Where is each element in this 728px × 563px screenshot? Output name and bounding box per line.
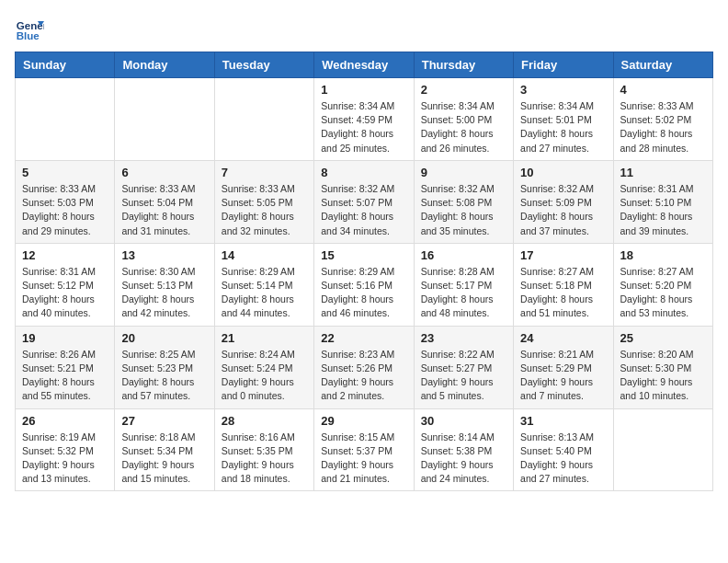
day-info: Sunrise: 8:18 AM Sunset: 5:34 PM Dayligh…	[121, 431, 207, 487]
day-info: Sunrise: 8:30 AM Sunset: 5:13 PM Dayligh…	[121, 265, 207, 321]
day-number: 14	[222, 248, 307, 262]
day-number: 6	[121, 166, 207, 179]
day-info: Sunrise: 8:26 AM Sunset: 5:21 PM Dayligh…	[22, 348, 108, 404]
day-info: Sunrise: 8:14 AM Sunset: 5:38 PM Dayligh…	[421, 431, 506, 487]
calendar-cell: 3Sunrise: 8:34 AM Sunset: 5:01 PM Daylig…	[514, 78, 613, 161]
day-number: 7	[222, 166, 307, 179]
calendar-header-row: SundayMondayTuesdayWednesdayThursdayFrid…	[16, 52, 713, 78]
day-header-saturday: Saturday	[613, 52, 712, 78]
calendar-cell: 7Sunrise: 8:33 AM Sunset: 5:05 PM Daylig…	[214, 160, 313, 243]
calendar-cell	[214, 78, 313, 161]
day-info: Sunrise: 8:13 AM Sunset: 5:40 PM Dayligh…	[520, 431, 606, 487]
day-number: 30	[421, 414, 506, 428]
day-info: Sunrise: 8:32 AM Sunset: 5:08 PM Dayligh…	[421, 182, 506, 238]
day-info: Sunrise: 8:22 AM Sunset: 5:27 PM Dayligh…	[421, 348, 506, 404]
calendar-week-1: 1Sunrise: 8:34 AM Sunset: 4:59 PM Daylig…	[16, 78, 713, 161]
day-number: 15	[321, 248, 406, 262]
calendar-cell: 29Sunrise: 8:15 AM Sunset: 5:37 PM Dayli…	[314, 408, 414, 491]
page-header: General Blue	[15, 15, 713, 44]
day-number: 8	[321, 166, 406, 179]
calendar-cell: 22Sunrise: 8:23 AM Sunset: 5:26 PM Dayli…	[314, 326, 414, 408]
day-header-wednesday: Wednesday	[314, 52, 414, 78]
calendar-cell	[613, 408, 712, 491]
calendar-cell: 27Sunrise: 8:18 AM Sunset: 5:34 PM Dayli…	[115, 408, 214, 491]
calendar-cell: 4Sunrise: 8:33 AM Sunset: 5:02 PM Daylig…	[613, 78, 712, 161]
day-number: 4	[620, 83, 706, 97]
day-number: 26	[22, 414, 108, 428]
day-info: Sunrise: 8:21 AM Sunset: 5:29 PM Dayligh…	[520, 348, 606, 404]
day-number: 13	[121, 248, 207, 262]
calendar-cell: 6Sunrise: 8:33 AM Sunset: 5:04 PM Daylig…	[115, 160, 214, 243]
calendar-cell: 16Sunrise: 8:28 AM Sunset: 5:17 PM Dayli…	[414, 243, 513, 326]
day-info: Sunrise: 8:25 AM Sunset: 5:23 PM Dayligh…	[121, 348, 207, 404]
day-number: 29	[321, 414, 406, 428]
logo: General Blue	[15, 15, 50, 44]
day-number: 17	[520, 248, 606, 262]
day-number: 24	[520, 331, 606, 345]
day-info: Sunrise: 8:31 AM Sunset: 5:10 PM Dayligh…	[620, 182, 706, 238]
day-info: Sunrise: 8:32 AM Sunset: 5:09 PM Dayligh…	[520, 182, 606, 238]
calendar-table: SundayMondayTuesdayWednesdayThursdayFrid…	[15, 52, 713, 491]
calendar-cell: 26Sunrise: 8:19 AM Sunset: 5:32 PM Dayli…	[16, 408, 115, 491]
day-info: Sunrise: 8:20 AM Sunset: 5:30 PM Dayligh…	[620, 348, 706, 404]
calendar-cell: 23Sunrise: 8:22 AM Sunset: 5:27 PM Dayli…	[414, 326, 513, 408]
day-header-monday: Monday	[115, 52, 214, 78]
calendar-cell: 17Sunrise: 8:27 AM Sunset: 5:18 PM Dayli…	[514, 243, 613, 326]
day-number: 25	[620, 331, 706, 345]
day-number: 22	[321, 331, 406, 345]
calendar-cell: 5Sunrise: 8:33 AM Sunset: 5:03 PM Daylig…	[16, 160, 115, 243]
day-info: Sunrise: 8:16 AM Sunset: 5:35 PM Dayligh…	[222, 431, 307, 487]
day-info: Sunrise: 8:24 AM Sunset: 5:24 PM Dayligh…	[222, 348, 307, 404]
day-number: 3	[520, 83, 606, 97]
calendar-cell	[16, 78, 115, 161]
calendar-cell: 15Sunrise: 8:29 AM Sunset: 5:16 PM Dayli…	[314, 243, 414, 326]
day-number: 23	[421, 331, 506, 345]
calendar-cell: 21Sunrise: 8:24 AM Sunset: 5:24 PM Dayli…	[214, 326, 313, 408]
day-info: Sunrise: 8:34 AM Sunset: 5:00 PM Dayligh…	[421, 99, 506, 155]
day-number: 12	[22, 248, 108, 262]
day-info: Sunrise: 8:15 AM Sunset: 5:37 PM Dayligh…	[321, 431, 406, 487]
day-info: Sunrise: 8:19 AM Sunset: 5:32 PM Dayligh…	[22, 431, 108, 487]
calendar-cell: 13Sunrise: 8:30 AM Sunset: 5:13 PM Dayli…	[115, 243, 214, 326]
day-number: 16	[421, 248, 506, 262]
day-number: 28	[222, 414, 307, 428]
day-info: Sunrise: 8:23 AM Sunset: 5:26 PM Dayligh…	[321, 348, 406, 404]
day-info: Sunrise: 8:29 AM Sunset: 5:14 PM Dayligh…	[222, 265, 307, 321]
calendar-cell: 25Sunrise: 8:20 AM Sunset: 5:30 PM Dayli…	[613, 326, 712, 408]
day-info: Sunrise: 8:27 AM Sunset: 5:18 PM Dayligh…	[520, 265, 606, 321]
day-header-sunday: Sunday	[16, 52, 115, 78]
day-number: 31	[520, 414, 606, 428]
calendar-cell: 30Sunrise: 8:14 AM Sunset: 5:38 PM Dayli…	[414, 408, 513, 491]
calendar-week-3: 12Sunrise: 8:31 AM Sunset: 5:12 PM Dayli…	[16, 243, 713, 326]
calendar-cell: 24Sunrise: 8:21 AM Sunset: 5:29 PM Dayli…	[514, 326, 613, 408]
day-info: Sunrise: 8:32 AM Sunset: 5:07 PM Dayligh…	[321, 182, 406, 238]
calendar-cell: 19Sunrise: 8:26 AM Sunset: 5:21 PM Dayli…	[16, 326, 115, 408]
day-header-thursday: Thursday	[414, 52, 513, 78]
day-info: Sunrise: 8:34 AM Sunset: 4:59 PM Dayligh…	[321, 99, 406, 155]
day-number: 11	[620, 166, 706, 179]
day-number: 9	[421, 166, 506, 179]
calendar-cell: 1Sunrise: 8:34 AM Sunset: 4:59 PM Daylig…	[314, 78, 414, 161]
calendar-cell: 9Sunrise: 8:32 AM Sunset: 5:08 PM Daylig…	[414, 160, 513, 243]
day-info: Sunrise: 8:29 AM Sunset: 5:16 PM Dayligh…	[321, 265, 406, 321]
day-number: 1	[321, 83, 406, 97]
calendar-cell: 28Sunrise: 8:16 AM Sunset: 5:35 PM Dayli…	[214, 408, 313, 491]
day-info: Sunrise: 8:34 AM Sunset: 5:01 PM Dayligh…	[520, 99, 606, 155]
calendar-week-4: 19Sunrise: 8:26 AM Sunset: 5:21 PM Dayli…	[16, 326, 713, 408]
day-info: Sunrise: 8:33 AM Sunset: 5:05 PM Dayligh…	[222, 182, 307, 238]
day-number: 20	[121, 331, 207, 345]
day-info: Sunrise: 8:31 AM Sunset: 5:12 PM Dayligh…	[22, 265, 108, 321]
day-info: Sunrise: 8:27 AM Sunset: 5:20 PM Dayligh…	[620, 265, 706, 321]
day-number: 21	[222, 331, 307, 345]
day-info: Sunrise: 8:33 AM Sunset: 5:04 PM Dayligh…	[121, 182, 207, 238]
calendar-cell	[115, 78, 214, 161]
day-header-friday: Friday	[514, 52, 613, 78]
day-number: 19	[22, 331, 108, 345]
day-number: 2	[421, 83, 506, 97]
calendar-week-5: 26Sunrise: 8:19 AM Sunset: 5:32 PM Dayli…	[16, 408, 713, 491]
calendar-cell: 10Sunrise: 8:32 AM Sunset: 5:09 PM Dayli…	[514, 160, 613, 243]
calendar-cell: 8Sunrise: 8:32 AM Sunset: 5:07 PM Daylig…	[314, 160, 414, 243]
calendar-cell: 31Sunrise: 8:13 AM Sunset: 5:40 PM Dayli…	[514, 408, 613, 491]
day-header-tuesday: Tuesday	[214, 52, 313, 78]
calendar-cell: 11Sunrise: 8:31 AM Sunset: 5:10 PM Dayli…	[613, 160, 712, 243]
